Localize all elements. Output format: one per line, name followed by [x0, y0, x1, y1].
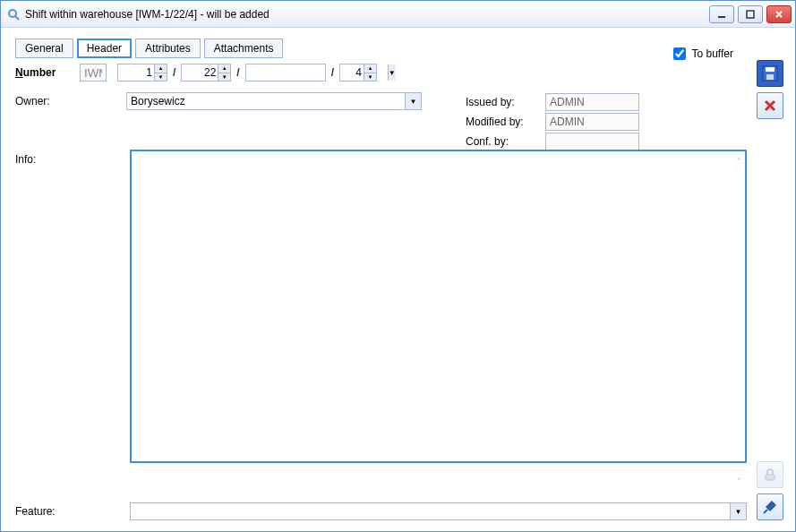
window-title: Shift within warehouse [IWM-1/22/4] - wi…	[25, 8, 709, 21]
owner-input[interactable]	[127, 93, 405, 109]
info-area: Info: ˄ ˅	[15, 150, 747, 493]
app-icon	[6, 7, 21, 21]
number-seg2[interactable]: ▲▼	[181, 64, 231, 82]
separator: /	[235, 66, 241, 79]
modified-by-field	[545, 113, 639, 131]
titlebar[interactable]: Shift within warehouse [IWM-1/22/4] - wi…	[1, 1, 795, 28]
window-root: Shift within warehouse [IWM-1/22/4] - wi…	[0, 0, 796, 532]
meta-fields: Issued by: Modified by: Conf. by:	[466, 93, 734, 152]
number-seg1[interactable]: ▲▼	[117, 64, 167, 82]
number-seg3-combo[interactable]: ▼	[245, 64, 326, 82]
minimize-button[interactable]	[709, 5, 734, 23]
delete-button[interactable]	[757, 92, 783, 119]
close-button[interactable]	[766, 5, 792, 23]
number-seg3-input[interactable]	[246, 64, 388, 81]
svg-point-0	[9, 10, 16, 17]
svg-rect-8	[766, 74, 774, 80]
scroll-down-hint: ˅	[737, 476, 741, 486]
feature-label: Feature:	[15, 505, 123, 518]
owner-combo[interactable]: ▼	[126, 92, 422, 110]
spin-down-icon[interactable]: ▼	[218, 73, 230, 82]
svg-rect-7	[766, 67, 775, 72]
spin-up-icon[interactable]: ▲	[154, 64, 167, 73]
tabstrip: General Header Attributes Attachments	[15, 39, 747, 58]
pin-icon	[763, 500, 777, 514]
tab-attachments[interactable]: Attachments	[204, 39, 284, 58]
separator: /	[171, 66, 177, 79]
pin-button[interactable]	[757, 493, 783, 520]
svg-line-12	[764, 510, 767, 513]
feature-row: Feature: ▼	[15, 502, 747, 520]
sidebar-toolbar	[754, 39, 786, 520]
delete-x-icon	[763, 99, 777, 113]
save-icon	[762, 65, 778, 82]
content-area: General Header Attributes Attachments To…	[1, 28, 795, 531]
save-button[interactable]	[757, 60, 783, 87]
number-code-input	[80, 64, 107, 82]
number-label-rest: umber	[23, 66, 56, 79]
owner-label: Owner:	[15, 95, 123, 107]
info-textarea-wrap: ˄ ˅	[130, 150, 747, 493]
chevron-down-icon[interactable]: ▼	[405, 93, 421, 109]
modified-by-label: Modified by:	[466, 116, 542, 128]
conf-by-label: Conf. by:	[466, 135, 542, 148]
spin-up-icon[interactable]: ▲	[218, 64, 230, 73]
svg-rect-11	[766, 475, 775, 480]
spin-down-icon[interactable]: ▼	[154, 73, 167, 82]
tab-general[interactable]: General	[15, 39, 73, 58]
number-row: Number ▲▼ / ▲▼ / ▼	[15, 64, 747, 82]
feature-combo[interactable]: ▼	[130, 502, 747, 520]
scroll-up-hint: ˄	[737, 157, 741, 167]
lock-icon	[763, 468, 777, 482]
tab-attributes[interactable]: Attributes	[135, 39, 201, 58]
maximize-button[interactable]	[738, 5, 763, 23]
issued-by-label: Issued by:	[466, 96, 542, 108]
info-textarea[interactable]	[130, 150, 747, 463]
svg-line-1	[15, 16, 19, 20]
chevron-down-icon[interactable]: ▼	[388, 64, 396, 81]
tab-header[interactable]: Header	[77, 39, 132, 58]
conf-by-field	[545, 133, 639, 150]
to-buffer-label: To buffer	[692, 47, 733, 60]
issued-by-field	[545, 93, 639, 111]
info-label: Info:	[15, 150, 123, 493]
chevron-down-icon[interactable]: ▼	[730, 503, 746, 519]
number-seg1-input[interactable]	[118, 64, 154, 81]
feature-input[interactable]	[131, 503, 730, 519]
lock-button	[757, 461, 783, 488]
svg-rect-2	[718, 16, 725, 18]
svg-rect-3	[747, 11, 754, 18]
to-buffer-input[interactable]	[673, 47, 686, 60]
main-panel: General Header Attributes Attachments To…	[15, 39, 747, 520]
number-seg2-input[interactable]	[182, 64, 218, 81]
to-buffer-checkbox[interactable]: To buffer	[670, 45, 733, 63]
window-controls	[709, 5, 792, 23]
header-panel: Number ▲▼ / ▲▼ / ▼	[15, 64, 747, 520]
